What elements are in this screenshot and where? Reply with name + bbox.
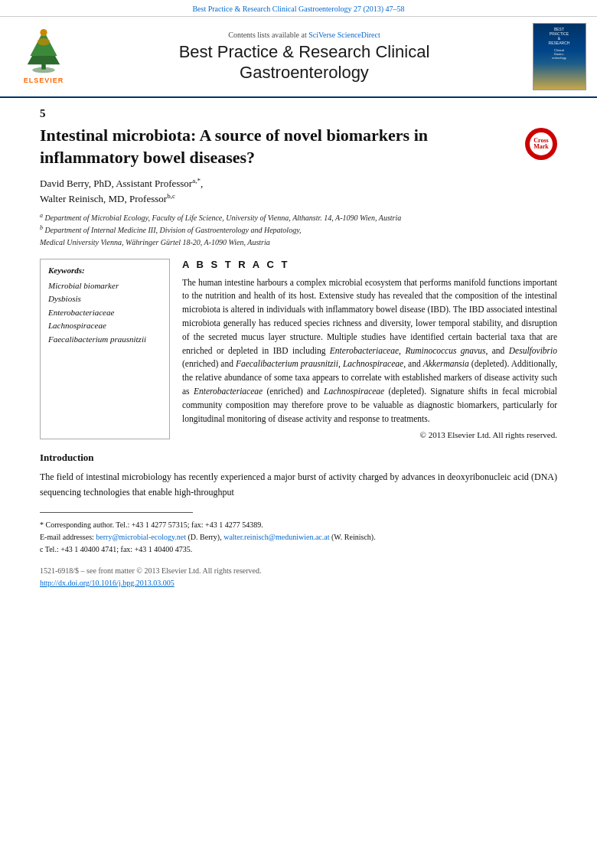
footnote-corresponding: * Corresponding author. Tel.: +43 1 4277…: [40, 519, 557, 531]
author1-name: David Berry, PhD, Assistant Professor: [40, 178, 192, 190]
aff2-text: Department of Internal Medicine III, Div…: [40, 227, 302, 246]
abstract-title: A B S T R A C T: [182, 259, 557, 270]
introduction-title: Introduction: [40, 452, 557, 464]
keywords-title: Keywords:: [48, 266, 161, 275]
abstract-text: The human intestine harbours a complex m…: [182, 276, 557, 426]
crossmark-badge: CrossMark: [525, 128, 557, 160]
journal-header: ELSEVIER Contents lists available at Sci…: [0, 17, 597, 98]
keywords-box: Keywords: Microbial biomarker Dysbiosis …: [40, 259, 170, 440]
aff1-text: Department of Microbial Ecology, Faculty…: [45, 214, 402, 222]
sciverse-line: Contents lists available at SciVerse Sci…: [228, 31, 380, 39]
sciverse-link[interactable]: SciVerse ScienceDirect: [308, 31, 380, 39]
svg-point-4: [40, 29, 47, 36]
author1-sup: a,*: [192, 177, 201, 184]
introduction-text: The field of intestinal microbiology has…: [40, 470, 557, 499]
journal-center: Contents lists available at SciVerse Sci…: [86, 23, 523, 90]
keyword-2: Dysbiosis: [48, 292, 161, 306]
footnotes: * Corresponding author. Tel.: +43 1 4277…: [40, 519, 557, 556]
aff1-sup: a: [40, 212, 43, 219]
crossmark-text: CrossMark: [533, 138, 549, 150]
elsevier-logo: ELSEVIER: [9, 23, 78, 90]
keyword-1: Microbial biomarker: [48, 279, 161, 293]
email1-link[interactable]: berry@microbial-ecology.net: [96, 533, 188, 541]
keywords-abstract-section: Keywords: Microbial biomarker Dysbiosis …: [40, 259, 557, 440]
citation-bar: Best Practice & Research Clinical Gastro…: [0, 0, 597, 17]
citation-text: Best Practice & Research Clinical Gastro…: [192, 5, 404, 13]
affiliations-block: a Department of Microbial Ecology, Facul…: [40, 211, 557, 248]
svg-point-5: [38, 38, 51, 45]
author2-sup: b,c: [167, 192, 175, 200]
cover-image: BESTPRACTICE&RESEARCH ClinicalGastro-ent…: [533, 23, 586, 90]
article-title-block: Intestinal microbiota: A source of novel…: [40, 125, 557, 168]
authors-block: David Berry, PhD, Assistant Professora,*…: [40, 176, 557, 207]
article-content: 5 Intestinal microbiota: A source of nov…: [0, 98, 597, 605]
svg-point-1: [32, 67, 55, 73]
keyword-4: Lachnospiraceae: [48, 319, 161, 333]
article-number: 5: [40, 107, 557, 120]
aff2-sup: b: [40, 224, 43, 231]
journal-cover: BESTPRACTICE&RESEARCH ClinicalGastro-ent…: [530, 23, 588, 90]
author2-name: Walter Reinisch, MD, Professor: [40, 193, 167, 204]
footnote-email: E-mail addresses: berry@microbial-ecolog…: [40, 531, 557, 543]
cover-text: BESTPRACTICE&RESEARCH: [549, 27, 570, 45]
journal-title: Best Practice & Research Clinical Gastro…: [179, 42, 430, 83]
doi-link[interactable]: http://dx.doi.org/10.1016/j.bpg.2013.03.…: [40, 579, 175, 587]
keyword-3: Enterobacteriaceae: [48, 306, 161, 320]
elsevier-wordmark: ELSEVIER: [24, 77, 64, 84]
footnote-tel-c: c Tel.: +43 1 40400 4741; fax: +43 1 404…: [40, 543, 557, 556]
email2-link[interactable]: walter.reinisch@meduniwien.ac.at: [223, 533, 331, 541]
keyword-5: Faecalibacterium prausnitzii: [48, 333, 161, 347]
issn-line: 1521-6918/$ – see front matter © 2013 El…: [40, 565, 557, 577]
copyright-text: © 2013 Elsevier Ltd. All rights reserved…: [182, 430, 557, 439]
footnote-divider: [40, 512, 193, 513]
doi-line: http://dx.doi.org/10.1016/j.bpg.2013.03.…: [40, 577, 557, 589]
elsevier-tree-icon: [17, 29, 70, 75]
bottom-bar: 1521-6918/$ – see front matter © 2013 El…: [40, 565, 557, 589]
abstract-section: A B S T R A C T The human intestine harb…: [182, 259, 557, 440]
article-title-text: Intestinal microbiota: A source of novel…: [40, 125, 525, 168]
